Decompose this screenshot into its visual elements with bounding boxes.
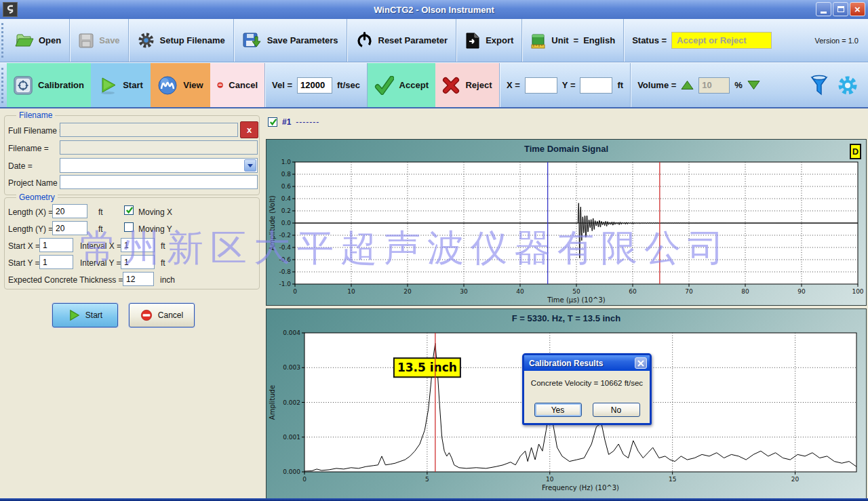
save-parameters-button[interactable]: Save Parameters: [234, 19, 347, 62]
power-icon: [355, 31, 374, 49]
minimize-button[interactable]: [816, 2, 831, 16]
svg-text:5: 5: [425, 476, 429, 483]
full-filename-input[interactable]: [60, 123, 238, 137]
save-button[interactable]: Save: [70, 19, 127, 62]
accept-label: Accept: [399, 80, 429, 90]
dialog-message: Concrete Velocity = 10662 ft/sec: [524, 379, 650, 387]
filename-group-title: Filename: [16, 111, 55, 120]
toolbar-grip: [1, 23, 5, 57]
svg-text:-0.6: -0.6: [279, 256, 291, 263]
volume-up-icon[interactable]: [681, 80, 694, 90]
yes-button[interactable]: Yes: [534, 403, 582, 417]
reset-parameter-button[interactable]: Reset Parameter: [347, 19, 456, 62]
y-input[interactable]: [580, 77, 612, 94]
interval-y-unit: ft: [161, 258, 165, 268]
calibration-button[interactable]: Calibration: [7, 63, 91, 107]
channel-1-checkbox[interactable]: [268, 117, 277, 127]
reject-label: Reject: [465, 80, 492, 90]
status-label: Status =: [632, 35, 667, 45]
close-icon: ×: [854, 4, 861, 14]
panel-start-button[interactable]: Start: [52, 303, 118, 327]
setup-filename-label: Setup Filename: [160, 35, 225, 45]
svg-text:0.2: 0.2: [281, 207, 291, 214]
x-label: X =: [507, 80, 520, 90]
moving-x-label: Moving X: [138, 207, 172, 217]
moving-x-checkbox[interactable]: [124, 205, 134, 215]
unit-value: English: [583, 35, 615, 45]
date-dropdown[interactable]: Friday , June 12, 2015: [60, 158, 258, 173]
reject-button[interactable]: Reject: [435, 63, 499, 107]
cancel-button[interactable]: Cancel: [210, 63, 264, 107]
filter-button[interactable]: [806, 63, 833, 107]
restore-button[interactable]: [833, 2, 848, 16]
window-title: WinCTG2 - Olson Instrument: [0, 5, 868, 15]
moving-y-checkbox[interactable]: [124, 222, 134, 232]
interval-x-input[interactable]: [121, 238, 155, 252]
export-label: Export: [486, 35, 513, 45]
dialog-titlebar[interactable]: Calibration Results: [524, 355, 650, 371]
parameter-panel: Filename Full Filename = x Filename = Da…: [0, 108, 264, 498]
moving-y-label: Moving Y: [138, 224, 172, 234]
funnel-icon: [810, 75, 829, 96]
svg-text:30: 30: [460, 288, 468, 295]
channel-1-line-style: -------: [296, 117, 319, 127]
save-parameters-label: Save Parameters: [267, 35, 338, 45]
interval-y-input[interactable]: [121, 255, 155, 269]
close-button[interactable]: ×: [850, 2, 865, 16]
vel-input[interactable]: [297, 77, 332, 94]
svg-text:0.4: 0.4: [281, 195, 292, 202]
channel-1-label: #1: [282, 117, 291, 127]
open-label: Open: [39, 35, 61, 45]
y-label: Y =: [562, 80, 576, 90]
save-label: Save: [99, 35, 119, 45]
project-name-input[interactable]: [60, 175, 258, 189]
export-button[interactable]: Export: [456, 19, 521, 62]
svg-text:0.0: 0.0: [281, 220, 292, 226]
svg-text:10: 10: [347, 288, 355, 295]
y-axis-label: Amplitude: [269, 385, 276, 420]
open-button[interactable]: Open: [7, 19, 69, 62]
thickness-unit: inch: [160, 275, 175, 285]
view-button[interactable]: View: [151, 63, 210, 107]
start-y-input[interactable]: [39, 255, 73, 269]
svg-text:0.001: 0.001: [283, 434, 300, 441]
date-dropdown-button[interactable]: [244, 159, 256, 172]
svg-text:10: 10: [546, 476, 554, 483]
volume-input[interactable]: [698, 77, 730, 94]
unit-toggle-button[interactable]: Unit = English: [522, 19, 623, 62]
settings-button[interactable]: [833, 63, 863, 107]
full-filename-label: Full Filename =: [8, 126, 64, 136]
svg-text:50: 50: [572, 288, 580, 295]
reject-x-icon: [442, 77, 460, 94]
start-button[interactable]: Start: [91, 63, 151, 107]
svg-text:-0.2: -0.2: [279, 232, 291, 239]
gear-icon: [137, 31, 155, 49]
thickness-input[interactable]: [123, 272, 154, 286]
x-input[interactable]: [525, 77, 557, 94]
x-axis-label: Time (µs) (10^3): [547, 296, 606, 304]
clear-filename-button[interactable]: x: [240, 121, 258, 138]
filename-label: Filename =: [8, 144, 49, 153]
start-x-input[interactable]: [39, 238, 73, 252]
status-group: Status = Accept or Reject: [624, 19, 780, 62]
dialog-close-button[interactable]: [635, 357, 647, 369]
no-button[interactable]: No: [593, 403, 640, 417]
time-domain-chart: Time Domain Signal D 0102030405060708090…: [266, 139, 867, 306]
unit-label: Unit: [551, 35, 568, 45]
status-box: Accept or Reject: [671, 32, 772, 49]
volume-down-icon[interactable]: [747, 80, 760, 90]
panel-cancel-button[interactable]: Cancel: [129, 303, 195, 327]
accept-button[interactable]: Accept: [368, 63, 435, 107]
length-y-input[interactable]: [52, 221, 87, 235]
setup-filename-button[interactable]: Setup Filename: [129, 19, 233, 62]
length-y-unit: ft: [98, 224, 103, 234]
svg-text:-0.8: -0.8: [279, 268, 291, 275]
length-x-input[interactable]: [52, 204, 87, 218]
play-icon: [68, 309, 80, 321]
check-icon: [374, 76, 394, 95]
filename-input[interactable]: [60, 140, 258, 155]
panel-cancel-label: Cancel: [158, 310, 183, 320]
volume-unit-label: %: [734, 80, 743, 90]
settings-gear-icon: [837, 75, 859, 96]
svg-text:-0.4: -0.4: [279, 244, 291, 251]
